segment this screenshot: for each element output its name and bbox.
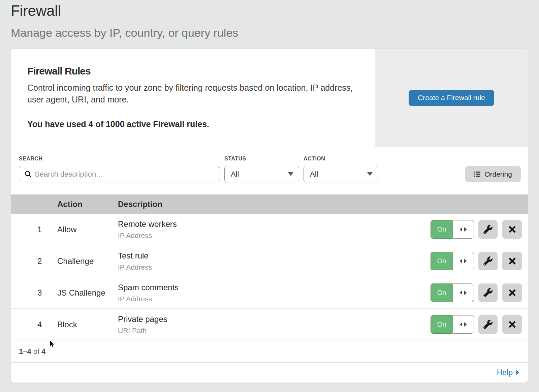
toggle-on-label: On xyxy=(431,283,452,302)
delete-rule-button[interactable] xyxy=(502,315,522,334)
card-description: Control incoming traffic to your zone by… xyxy=(27,82,364,105)
rule-priority: 2 xyxy=(11,257,57,266)
toggle-on-label: On xyxy=(431,315,452,334)
card-heading: Firewall Rules xyxy=(27,66,375,76)
delete-rule-button[interactable] xyxy=(502,252,522,270)
rule-priority: 4 xyxy=(11,320,57,329)
rule-action: Block xyxy=(57,320,118,329)
column-action: Action xyxy=(57,200,118,209)
edit-rule-button[interactable] xyxy=(478,283,498,302)
chevron-down-icon xyxy=(367,172,373,176)
rule-description: Private pages xyxy=(118,315,431,323)
card-header-text: Firewall Rules Control incoming traffic … xyxy=(11,49,375,147)
pagination-of: of xyxy=(33,347,39,356)
toggle-on-label: On xyxy=(431,220,452,239)
ordering-button-label: Ordering xyxy=(484,170,512,178)
pagination-total: 4 xyxy=(41,347,45,356)
rule-action: Allow xyxy=(57,225,118,234)
help-link-label: Help xyxy=(497,368,513,377)
toggle-handle[interactable] xyxy=(452,315,474,334)
column-description: Description xyxy=(118,200,528,209)
rule-action: Challenge xyxy=(57,257,118,266)
wrench-icon xyxy=(483,225,493,234)
firewall-rules-card: Firewall Rules Control incoming traffic … xyxy=(11,49,528,383)
wrench-icon xyxy=(483,320,493,329)
rule-match-type: IP Address xyxy=(118,295,431,302)
drag-arrows-icon xyxy=(459,259,467,264)
usage-note: You have used 4 of 1000 active Firewall … xyxy=(27,120,375,128)
table-row: 3 JS Challenge Spam comments IP Address … xyxy=(11,277,528,309)
rule-action: JS Challenge xyxy=(57,288,118,298)
chevron-down-icon xyxy=(288,172,293,176)
drag-arrows-icon xyxy=(459,227,467,232)
page-subtitle: Manage access by IP, country, or query r… xyxy=(11,27,238,38)
toggle-on-label: On xyxy=(431,252,452,270)
pagination-range: 1–4 xyxy=(19,347,31,356)
rule-description: Test rule xyxy=(118,252,431,260)
rule-description: Remote workers xyxy=(118,220,431,228)
delete-rule-button[interactable] xyxy=(502,283,522,302)
search-label: SEARCH xyxy=(19,156,220,161)
edit-rule-button[interactable] xyxy=(478,252,498,270)
rule-match-type: IP Address xyxy=(118,232,431,239)
wrench-icon xyxy=(483,257,493,266)
help-row: Help xyxy=(11,363,528,382)
rule-enabled-toggle[interactable]: On xyxy=(431,283,474,302)
edit-rule-button[interactable] xyxy=(478,315,498,334)
toggle-handle[interactable] xyxy=(452,252,474,270)
card-header-section: Firewall Rules Control incoming traffic … xyxy=(11,49,528,147)
status-filter: STATUS All xyxy=(224,156,299,194)
card-header-action-panel: Create a Firewall rule xyxy=(375,49,528,147)
toggle-handle[interactable] xyxy=(452,220,474,239)
table-header-row: Action Description xyxy=(11,194,528,214)
chevron-right-icon xyxy=(516,370,519,375)
page-title: Firewall xyxy=(11,3,238,18)
action-filter: ACTION All xyxy=(304,156,378,194)
delete-rule-button[interactable] xyxy=(502,220,522,239)
filter-bar: SEARCH STATUS All ACTION All xyxy=(11,147,528,194)
rule-match-type: IP Address xyxy=(118,264,431,271)
list-icon xyxy=(474,171,480,177)
rule-match-type: URI Path xyxy=(118,327,431,334)
action-selected-value: All xyxy=(310,170,318,179)
table-row: 2 Challenge Test rule IP Address On xyxy=(11,245,528,277)
ordering-button[interactable]: Ordering xyxy=(465,166,521,182)
rule-enabled-toggle[interactable]: On xyxy=(431,220,474,239)
rule-enabled-toggle[interactable]: On xyxy=(431,315,474,334)
rule-description: Spam comments xyxy=(118,283,431,292)
search-filter: SEARCH xyxy=(19,156,220,194)
drag-arrows-icon xyxy=(459,322,467,327)
table-row: 4 Block Private pages URI Path On xyxy=(11,309,528,340)
search-input[interactable] xyxy=(35,166,220,182)
pagination: 1–4 of 4 xyxy=(11,340,528,363)
toggle-handle[interactable] xyxy=(452,283,474,302)
close-icon xyxy=(508,257,516,265)
action-label: ACTION xyxy=(304,156,378,161)
close-icon xyxy=(508,321,516,328)
close-icon xyxy=(508,289,516,297)
wrench-icon xyxy=(483,288,493,297)
table-row: 1 Allow Remote workers IP Address On xyxy=(11,214,528,245)
rule-priority: 1 xyxy=(11,225,57,234)
status-selected-value: All xyxy=(231,170,239,179)
drag-arrows-icon xyxy=(459,290,467,295)
help-link[interactable]: Help xyxy=(497,368,519,377)
status-label: STATUS xyxy=(224,156,299,161)
mouse-cursor xyxy=(50,340,56,350)
edit-rule-button[interactable] xyxy=(478,220,498,239)
close-icon xyxy=(508,225,516,233)
page-header: Firewall Manage access by IP, country, o… xyxy=(11,0,238,38)
rule-priority: 3 xyxy=(11,288,57,298)
search-icon xyxy=(25,171,32,178)
search-box xyxy=(19,166,220,182)
status-select[interactable]: All xyxy=(224,166,299,182)
rule-enabled-toggle[interactable]: On xyxy=(431,252,474,270)
action-select[interactable]: All xyxy=(304,166,378,182)
create-firewall-rule-button[interactable]: Create a Firewall rule xyxy=(409,90,494,106)
